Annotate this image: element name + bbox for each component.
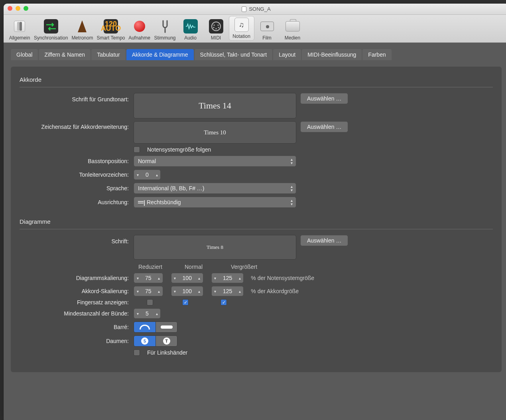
col-enlarged: Vergrößert [231, 264, 264, 270]
chevron-down-icon[interactable]: ▾ [134, 173, 141, 177]
window-title-text: SONG_A [249, 6, 270, 12]
follow-staff-checkbox[interactable] [134, 146, 140, 153]
chevron-updown-icon: ▴▾ [291, 158, 293, 165]
diagram-font-preview: Times 8 [134, 235, 296, 260]
col-normal: Normal [185, 264, 217, 270]
briefcase-icon [285, 19, 300, 34]
svg-point-0 [212, 22, 221, 31]
svg-point-5 [215, 28, 217, 29]
camera-icon [260, 19, 274, 34]
toolbar-allgemein[interactable]: Allgemein [7, 19, 32, 41]
toolbar-notation[interactable]: ♫ Notation [229, 16, 254, 41]
thumb-toggle[interactable]: 5 T [134, 335, 177, 347]
diagram-scale-normal[interactable]: ▾100▴ [171, 273, 203, 283]
titlebar: SONG_A [4, 4, 506, 15]
follow-staff-label: Notensystemgröße folgen [147, 146, 211, 153]
section-diagramme-title: Diagramme [20, 218, 493, 225]
toolbar-medien[interactable]: Medien [280, 19, 305, 41]
min-frets-stepper[interactable]: ▾5▴ [134, 308, 161, 319]
fingering-reduced-checkbox[interactable] [147, 299, 153, 306]
language-select[interactable]: International (B, Bb, F# …) ▴▾ [134, 183, 296, 194]
tab-farben[interactable]: Farben [362, 49, 391, 60]
accidentals-label: Tonleitervorzeichen: [20, 172, 134, 178]
toolbar-smart-tempo[interactable]: 120 AUTO Smart Tempo [95, 19, 126, 41]
toolbar-stimmung[interactable]: Stimmung [152, 19, 178, 41]
tab-global[interactable]: Global [11, 49, 38, 60]
barre-arc-option[interactable] [134, 322, 156, 332]
toolbar-film[interactable]: Film [254, 19, 280, 41]
tab-schluessel[interactable]: Schlüssel, Takt- und Tonart [195, 49, 273, 60]
tab-akkorde-diagramme[interactable]: Akkorde & Diagramme [126, 49, 194, 60]
bass-position-select[interactable]: Normal ▴▾ [134, 156, 296, 167]
chevron-updown-icon: ▴▾ [291, 185, 293, 192]
toolbar-midi[interactable]: MIDI [203, 19, 229, 41]
sync-icon [44, 19, 58, 34]
toolbar-synchronisation[interactable]: Synchronisation [32, 19, 69, 41]
barre-label: Barré: [20, 324, 134, 330]
thumb-number-option[interactable]: 5 [134, 336, 156, 346]
notation-icon: ♫ [234, 18, 249, 32]
minimize-icon[interactable] [16, 6, 20, 11]
window-controls [8, 6, 28, 11]
scale-headers: Reduziert Normal Vergrößert [138, 264, 493, 270]
section-akkorde-title: Akkorde [20, 76, 493, 83]
chord-scale-reduced[interactable]: ▾75▴ [134, 286, 163, 296]
chord-scale-normal[interactable]: ▾100▴ [171, 286, 203, 296]
chord-scale-label: Akkord-Skalierung: [20, 288, 134, 294]
settings-window: SONG_A Allgemein Synchronisation Metrono… [3, 3, 506, 420]
root-font-preview: Times 14 [134, 93, 296, 118]
bass-position-label: Basstonposition: [20, 158, 134, 164]
ext-font-label: Zeichensatz für Akkorderweiterung: [20, 121, 134, 130]
diagram-font-label: Schrift: [20, 235, 134, 245]
language-label: Sprache: [20, 185, 134, 191]
thumb-letter-option[interactable]: T [156, 336, 177, 346]
tab-layout[interactable]: Layout [273, 49, 301, 60]
left-handed-label: Für Linkshänder [147, 349, 187, 356]
align-right-icon [138, 201, 144, 203]
sub-tabs: Global Ziffern & Namen Tabulatur Akkorde… [11, 49, 502, 60]
main-toolbar: Allgemein Synchronisation Metronom 120 A… [4, 15, 506, 43]
settings-pane: Akkorde Schrift für Grundtonart: Times 1… [11, 67, 502, 372]
fingering-normal-checkbox[interactable]: ✓ [182, 299, 189, 306]
diagram-scale-enlarged[interactable]: ▾125▴ [211, 273, 244, 283]
svg-point-4 [218, 27, 219, 28]
divider [20, 229, 493, 229]
ext-font-select-button[interactable]: Auswählen … [300, 121, 348, 132]
tab-midi-beeinflussung[interactable]: MIDI-Beeinflussung [302, 49, 362, 60]
barre-toggle[interactable] [134, 321, 177, 333]
tab-ziffern-namen[interactable]: Ziffern & Namen [39, 49, 91, 60]
svg-point-2 [217, 24, 219, 26]
waveform-icon [183, 19, 198, 34]
midi-icon [209, 19, 223, 34]
toolbar-metronom[interactable]: Metronom [69, 19, 95, 41]
left-handed-checkbox[interactable] [134, 349, 140, 356]
metronome-icon [75, 19, 89, 34]
svg-point-3 [213, 27, 214, 28]
tempo-icon: 120 AUTO [104, 19, 118, 34]
close-icon[interactable] [8, 6, 12, 11]
col-reduced: Reduziert [138, 264, 171, 270]
record-icon [132, 19, 147, 34]
fingering-enlarged-checkbox[interactable]: ✓ [221, 299, 227, 306]
toolbar-audio[interactable]: Audio [178, 19, 203, 41]
ext-font-preview: Times 10 [134, 121, 296, 144]
tab-tabulatur[interactable]: Tabulatur [91, 49, 126, 60]
min-frets-label: Mindestanzahl der Bünde: [20, 310, 134, 317]
diagram-scale-reduced[interactable]: ▾75▴ [134, 273, 163, 283]
toolbar-aufnahme[interactable]: Aufnahme [127, 19, 152, 41]
pct-staff-label: % der Notensystemgröße [251, 275, 314, 281]
root-font-label: Schrift für Grundtonart: [20, 93, 134, 103]
root-font-select-button[interactable]: Auswählen … [300, 93, 348, 104]
diagram-font-select-button[interactable]: Auswählen … [300, 235, 348, 246]
divider [20, 87, 493, 87]
accidentals-stepper[interactable]: ▾ 0 ▴ [134, 170, 161, 180]
chord-scale-enlarged[interactable]: ▾125▴ [211, 286, 244, 296]
chevron-up-icon[interactable]: ▴ [153, 173, 160, 177]
diagram-scale-label: Diagrammskalierung: [20, 275, 134, 281]
zoom-icon[interactable] [24, 6, 28, 11]
thumb-label: Daumen: [20, 338, 134, 344]
alignment-select[interactable]: Rechtsbündig ▴▾ [134, 197, 296, 208]
window-title: SONG_A [242, 6, 270, 12]
barre-pill-option[interactable] [156, 322, 177, 332]
chevron-updown-icon: ▴▾ [291, 199, 293, 206]
